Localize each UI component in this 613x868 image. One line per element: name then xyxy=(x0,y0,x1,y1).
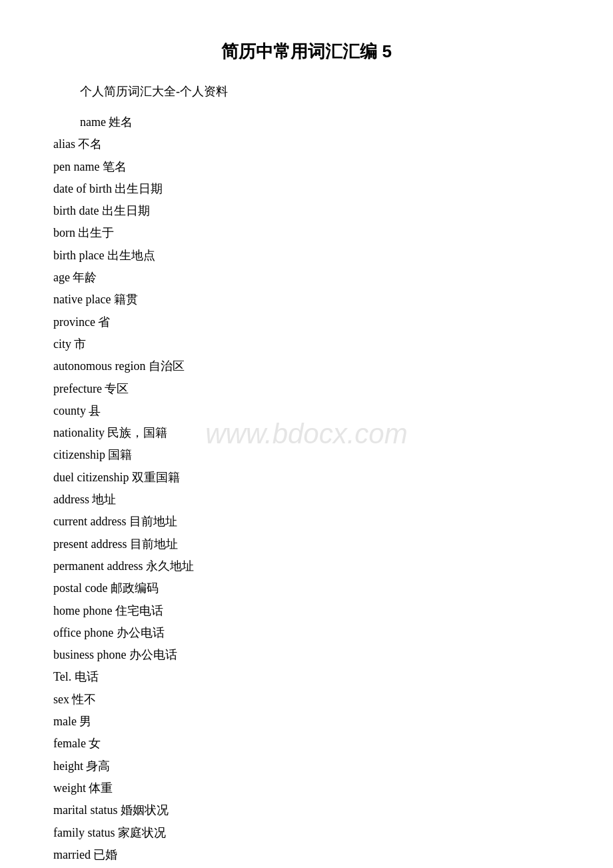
vocab-item: duel citizenship 双重国籍 xyxy=(53,467,560,489)
page-title: 简历中常用词汇汇编 5 xyxy=(53,40,560,63)
vocab-item: alias 不名 xyxy=(53,133,560,155)
subtitle: 个人简历词汇大全-个人资料 xyxy=(80,83,560,99)
vocab-item: marital status 婚姻状况 xyxy=(53,799,560,821)
vocab-item: female 女 xyxy=(53,733,560,755)
vocab-item: current address 目前地址 xyxy=(53,511,560,533)
vocab-item: married 已婚 xyxy=(53,844,560,866)
vocab-item: birth date 出生日期 xyxy=(53,200,560,222)
vocab-item: sex 性不 xyxy=(53,689,560,711)
vocab-item: native place 籍贯 xyxy=(53,289,560,311)
vocab-item: office phone 办公电话 xyxy=(53,622,560,644)
vocab-item: born 出生于 xyxy=(53,222,560,244)
vocab-item: weight 体重 xyxy=(53,777,560,799)
vocab-item: province 省 xyxy=(53,311,560,333)
vocab-item: citizenship 国籍 xyxy=(53,444,560,466)
vocab-item: postal code 邮政编码 xyxy=(53,577,560,599)
vocab-item: address 地址 xyxy=(53,489,560,511)
vocab-item: age 年龄 xyxy=(53,267,560,289)
vocab-item: prefecture 专区 xyxy=(53,378,560,400)
vocab-item: birth place 出生地点 xyxy=(53,245,560,267)
vocab-item: name 姓名 xyxy=(80,111,560,133)
vocab-item: nationality 民族，国籍 xyxy=(53,422,560,444)
vocab-item: business phone 办公电话 xyxy=(53,644,560,666)
vocab-item: permanent address 永久地址 xyxy=(53,555,560,577)
vocab-item: autonomous region 自治区 xyxy=(53,355,560,377)
vocab-item: date of birth 出生日期 xyxy=(53,178,560,200)
vocab-section: name 姓名alias 不名pen name 笔名date of birth … xyxy=(53,111,560,868)
vocab-item: family status 家庭状况 xyxy=(53,822,560,844)
vocab-item: city 市 xyxy=(53,333,560,355)
vocab-item: male 男 xyxy=(53,711,560,733)
vocab-item: Tel. 电话 xyxy=(53,666,560,688)
vocab-item: home phone 住宅电话 xyxy=(53,600,560,622)
vocab-item: height 身高 xyxy=(53,755,560,777)
vocab-item: pen name 笔名 xyxy=(53,156,560,178)
vocab-item: county 县 xyxy=(53,400,560,422)
vocab-item: present address 目前地址 xyxy=(53,533,560,555)
